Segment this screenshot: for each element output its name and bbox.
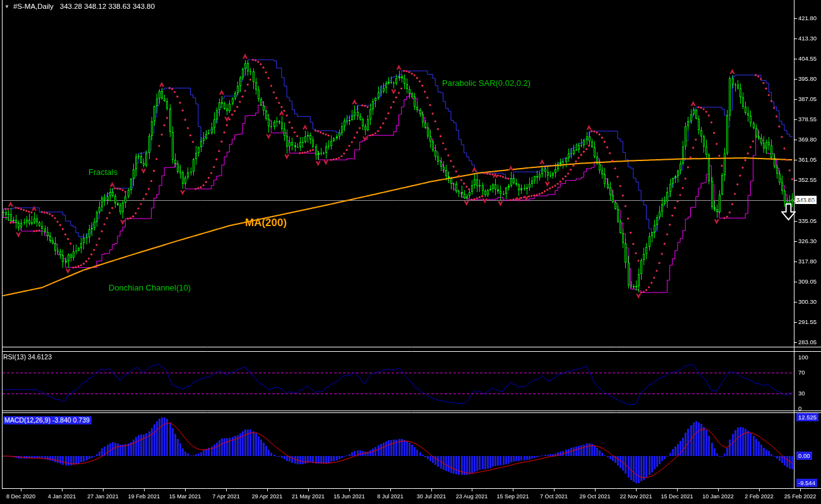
macd-panel-splitter[interactable] <box>0 410 821 414</box>
price-axis-label: 421.80 <box>798 15 817 21</box>
date-axis-label: 2 Feb 2022 <box>745 493 774 500</box>
price-axis-label: 404.55 <box>798 55 817 62</box>
price-axis-label: 395.80 <box>798 75 817 82</box>
price-axis-label: 300.30 <box>798 298 817 305</box>
date-axis-label: 29 Oct 2021 <box>579 493 610 500</box>
chart-annotation-label: Fractals <box>88 167 117 177</box>
price-axis-label: 283.05 <box>798 339 817 345</box>
macd-label: MACD(12,26,9) -3.840 0.739 <box>3 416 92 424</box>
rsi-axis-label: 70 <box>798 369 805 376</box>
chart-annotation-label: Parabolic SAR(0.02,0.2) <box>442 78 530 88</box>
date-axis-label: 15 Jun 2021 <box>333 493 365 500</box>
rsi-panel-splitter[interactable] <box>0 347 821 352</box>
symbol-period-label: #S-MA,Daily <box>13 3 54 10</box>
date-axis-label: 15 Dec 2021 <box>661 493 693 500</box>
date-axis-label: 4 Jan 2021 <box>48 493 76 500</box>
price-axis-label: 343.80 <box>798 197 817 204</box>
date-axis-label: 7 Apr 2021 <box>212 493 240 500</box>
date-axis-label: 22 Nov 2021 <box>620 493 652 500</box>
collapse-icon[interactable]: ▼ <box>4 4 9 9</box>
date-axis-label: 10 Jan 2022 <box>702 493 734 500</box>
price-axis-label: 291.55 <box>798 318 817 325</box>
trading-chart-window: ▼#S-MA,Daily343.28 348.12 338.63 343.80 … <box>0 0 821 504</box>
price-axis-label: 317.80 <box>798 258 817 265</box>
price-axis-label: 413.30 <box>798 35 817 42</box>
date-axis-label: 25 Feb 2022 <box>784 493 817 500</box>
date-axis-label: 15 Mar 2021 <box>169 493 201 500</box>
rsi-label: RSI(13) 34.6123 <box>3 353 52 361</box>
price-axis-label: 387.05 <box>798 95 817 102</box>
date-axis-label: 8 Jul 2021 <box>377 493 404 500</box>
date-axis-label: 23 Aug 2021 <box>456 493 488 500</box>
chart-annotation-label: Donchian Channel(10) <box>109 283 191 292</box>
price-axis-label: 378.55 <box>798 116 817 123</box>
chart-canvas[interactable] <box>0 0 821 504</box>
chart-annotation-label: MA(200) <box>245 217 287 229</box>
rsi-axis-label: 30 <box>798 390 805 397</box>
date-axis-label: 19 Feb 2021 <box>128 493 160 500</box>
rsi-axis-label: 100 <box>798 354 808 361</box>
macd-axis-label: 0.00 <box>796 452 812 460</box>
price-axis-label: 369.80 <box>798 136 817 143</box>
down-arrow-marker[interactable] <box>781 203 796 224</box>
date-axis-label: 7 Oct 2021 <box>540 493 568 500</box>
date-axis-label: 29 Apr 2021 <box>252 493 283 500</box>
date-axis-label: 21 May 2021 <box>292 493 325 500</box>
chart-title: ▼#S-MA,Daily343.28 348.12 338.63 343.80 <box>4 3 155 10</box>
date-axis-label: 8 Dec 2020 <box>6 493 35 500</box>
macd-axis-label: -9.544 <box>796 479 817 487</box>
price-axis-label: 335.05 <box>798 217 817 224</box>
price-axis-label: 352.55 <box>798 176 817 183</box>
ohlc-values: 343.28 348.12 338.63 343.80 <box>60 3 155 10</box>
time-axis[interactable]: 8 Dec 20204 Jan 202127 Jan 202119 Feb 20… <box>0 489 821 504</box>
date-axis-label: 27 Jan 2021 <box>87 493 119 500</box>
price-axis-label: 309.05 <box>798 278 817 285</box>
price-axis-label: 361.05 <box>798 156 817 163</box>
date-axis-label: 15 Sep 2021 <box>496 493 529 500</box>
down-arrow-icon <box>781 203 796 221</box>
date-axis-label: 30 Jul 2021 <box>417 493 446 500</box>
macd-axis-label: 12.525 <box>796 413 818 421</box>
price-axis-label: 326.30 <box>798 237 817 244</box>
